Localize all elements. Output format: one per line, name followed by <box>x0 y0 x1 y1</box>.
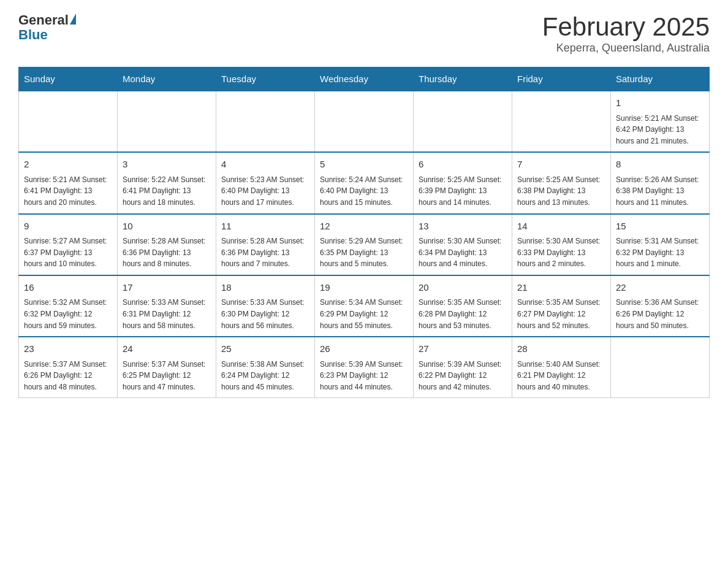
day-number: 15 <box>616 220 704 234</box>
calendar-cell <box>414 91 512 152</box>
day-number: 25 <box>221 342 309 356</box>
sun-info: Sunrise: 5:37 AM Sunset: 6:25 PM Dayligh… <box>123 359 211 393</box>
sun-info: Sunrise: 5:35 AM Sunset: 6:28 PM Dayligh… <box>419 297 507 331</box>
day-number: 3 <box>123 158 211 172</box>
calendar-cell: 10Sunrise: 5:28 AM Sunset: 6:36 PM Dayli… <box>118 214 216 275</box>
sun-info: Sunrise: 5:23 AM Sunset: 6:40 PM Dayligh… <box>221 174 309 209</box>
calendar-week-row: 1Sunrise: 5:21 AM Sunset: 6:42 PM Daylig… <box>19 91 710 152</box>
sun-info: Sunrise: 5:22 AM Sunset: 6:41 PM Dayligh… <box>123 174 211 209</box>
day-number: 27 <box>419 342 507 356</box>
calendar-cell <box>118 91 216 152</box>
calendar-week-row: 9Sunrise: 5:27 AM Sunset: 6:37 PM Daylig… <box>19 214 710 275</box>
weekday-header-friday: Friday <box>512 67 611 91</box>
sun-info: Sunrise: 5:33 AM Sunset: 6:30 PM Dayligh… <box>221 297 309 331</box>
calendar-cell <box>611 337 710 398</box>
weekday-header-monday: Monday <box>118 67 216 91</box>
calendar-cell: 18Sunrise: 5:33 AM Sunset: 6:30 PM Dayli… <box>216 275 315 337</box>
day-number: 28 <box>517 342 605 356</box>
title-block: February 2025 Keperra, Queensland, Austr… <box>542 12 710 55</box>
calendar-cell <box>216 91 315 152</box>
calendar-cell: 17Sunrise: 5:33 AM Sunset: 6:31 PM Dayli… <box>118 275 216 337</box>
calendar-cell: 5Sunrise: 5:24 AM Sunset: 6:40 PM Daylig… <box>315 152 414 213</box>
calendar-cell: 14Sunrise: 5:30 AM Sunset: 6:33 PM Dayli… <box>512 214 611 275</box>
calendar-cell: 8Sunrise: 5:26 AM Sunset: 6:38 PM Daylig… <box>611 152 710 213</box>
day-number: 8 <box>616 158 704 172</box>
day-number: 1 <box>616 96 704 110</box>
day-number: 21 <box>517 281 605 295</box>
calendar-cell: 22Sunrise: 5:36 AM Sunset: 6:26 PM Dayli… <box>611 275 710 337</box>
sun-info: Sunrise: 5:30 AM Sunset: 6:33 PM Dayligh… <box>517 236 605 270</box>
sun-info: Sunrise: 5:25 AM Sunset: 6:38 PM Dayligh… <box>517 174 605 209</box>
sun-info: Sunrise: 5:28 AM Sunset: 6:36 PM Dayligh… <box>221 236 309 270</box>
calendar-cell: 25Sunrise: 5:38 AM Sunset: 6:24 PM Dayli… <box>216 337 315 398</box>
logo-triangle-icon <box>70 13 76 25</box>
sun-info: Sunrise: 5:39 AM Sunset: 6:23 PM Dayligh… <box>320 359 408 393</box>
calendar-cell: 6Sunrise: 5:25 AM Sunset: 6:39 PM Daylig… <box>414 152 512 213</box>
day-number: 17 <box>123 281 211 295</box>
calendar-week-row: 2Sunrise: 5:21 AM Sunset: 6:41 PM Daylig… <box>19 152 710 213</box>
day-number: 14 <box>517 220 605 234</box>
calendar-cell: 4Sunrise: 5:23 AM Sunset: 6:40 PM Daylig… <box>216 152 315 213</box>
weekday-header-saturday: Saturday <box>611 67 710 91</box>
day-number: 20 <box>419 281 507 295</box>
sun-info: Sunrise: 5:36 AM Sunset: 6:26 PM Dayligh… <box>616 297 704 331</box>
calendar-cell: 2Sunrise: 5:21 AM Sunset: 6:41 PM Daylig… <box>19 152 118 213</box>
calendar-cell: 16Sunrise: 5:32 AM Sunset: 6:32 PM Dayli… <box>19 275 118 337</box>
calendar-week-row: 23Sunrise: 5:37 AM Sunset: 6:26 PM Dayli… <box>19 337 710 398</box>
sun-info: Sunrise: 5:38 AM Sunset: 6:24 PM Dayligh… <box>221 359 309 393</box>
location-text: Keperra, Queensland, Australia <box>542 42 710 55</box>
day-number: 11 <box>221 220 309 234</box>
sun-info: Sunrise: 5:37 AM Sunset: 6:26 PM Dayligh… <box>24 359 112 393</box>
day-number: 5 <box>320 158 408 172</box>
month-title: February 2025 <box>542 12 710 42</box>
calendar-table: SundayMondayTuesdayWednesdayThursdayFrid… <box>18 67 710 398</box>
calendar-week-row: 16Sunrise: 5:32 AM Sunset: 6:32 PM Dayli… <box>19 275 710 337</box>
sun-info: Sunrise: 5:21 AM Sunset: 6:41 PM Dayligh… <box>24 174 112 209</box>
logo-general-text: General <box>18 12 69 28</box>
weekday-header-sunday: Sunday <box>19 67 118 91</box>
sun-info: Sunrise: 5:40 AM Sunset: 6:21 PM Dayligh… <box>517 359 605 393</box>
sun-info: Sunrise: 5:26 AM Sunset: 6:38 PM Dayligh… <box>616 174 704 209</box>
calendar-cell: 26Sunrise: 5:39 AM Sunset: 6:23 PM Dayli… <box>315 337 414 398</box>
day-number: 13 <box>419 220 507 234</box>
day-number: 26 <box>320 342 408 356</box>
day-number: 6 <box>419 158 507 172</box>
day-number: 18 <box>221 281 309 295</box>
day-number: 2 <box>24 158 112 172</box>
calendar-cell: 15Sunrise: 5:31 AM Sunset: 6:32 PM Dayli… <box>611 214 710 275</box>
sun-info: Sunrise: 5:39 AM Sunset: 6:22 PM Dayligh… <box>419 359 507 393</box>
weekday-header-tuesday: Tuesday <box>216 67 315 91</box>
calendar-cell: 3Sunrise: 5:22 AM Sunset: 6:41 PM Daylig… <box>118 152 216 213</box>
calendar-cell: 23Sunrise: 5:37 AM Sunset: 6:26 PM Dayli… <box>19 337 118 398</box>
day-number: 23 <box>24 342 112 356</box>
calendar-cell: 1Sunrise: 5:21 AM Sunset: 6:42 PM Daylig… <box>611 91 710 152</box>
sun-info: Sunrise: 5:27 AM Sunset: 6:37 PM Dayligh… <box>24 236 112 270</box>
day-number: 16 <box>24 281 112 295</box>
logo: General Blue <box>18 12 76 43</box>
calendar-cell: 27Sunrise: 5:39 AM Sunset: 6:22 PM Dayli… <box>414 337 512 398</box>
sun-info: Sunrise: 5:34 AM Sunset: 6:29 PM Dayligh… <box>320 297 408 331</box>
day-number: 4 <box>221 158 309 172</box>
calendar-cell: 21Sunrise: 5:35 AM Sunset: 6:27 PM Dayli… <box>512 275 611 337</box>
day-number: 7 <box>517 158 605 172</box>
calendar-cell <box>19 91 118 152</box>
calendar-cell: 7Sunrise: 5:25 AM Sunset: 6:38 PM Daylig… <box>512 152 611 213</box>
calendar-cell: 28Sunrise: 5:40 AM Sunset: 6:21 PM Dayli… <box>512 337 611 398</box>
day-number: 22 <box>616 281 704 295</box>
sun-info: Sunrise: 5:28 AM Sunset: 6:36 PM Dayligh… <box>123 236 211 270</box>
calendar-cell: 20Sunrise: 5:35 AM Sunset: 6:28 PM Dayli… <box>414 275 512 337</box>
sun-info: Sunrise: 5:30 AM Sunset: 6:34 PM Dayligh… <box>419 236 507 270</box>
sun-info: Sunrise: 5:21 AM Sunset: 6:42 PM Dayligh… <box>616 113 704 147</box>
sun-info: Sunrise: 5:35 AM Sunset: 6:27 PM Dayligh… <box>517 297 605 331</box>
calendar-cell: 13Sunrise: 5:30 AM Sunset: 6:34 PM Dayli… <box>414 214 512 275</box>
weekday-header-row: SundayMondayTuesdayWednesdayThursdayFrid… <box>19 67 710 91</box>
calendar-cell: 19Sunrise: 5:34 AM Sunset: 6:29 PM Dayli… <box>315 275 414 337</box>
calendar-cell <box>512 91 611 152</box>
weekday-header-wednesday: Wednesday <box>315 67 414 91</box>
sun-info: Sunrise: 5:33 AM Sunset: 6:31 PM Dayligh… <box>123 297 211 331</box>
day-number: 9 <box>24 220 112 234</box>
calendar-cell: 24Sunrise: 5:37 AM Sunset: 6:25 PM Dayli… <box>118 337 216 398</box>
day-number: 10 <box>123 220 211 234</box>
calendar-cell <box>315 91 414 152</box>
sun-info: Sunrise: 5:32 AM Sunset: 6:32 PM Dayligh… <box>24 297 112 331</box>
